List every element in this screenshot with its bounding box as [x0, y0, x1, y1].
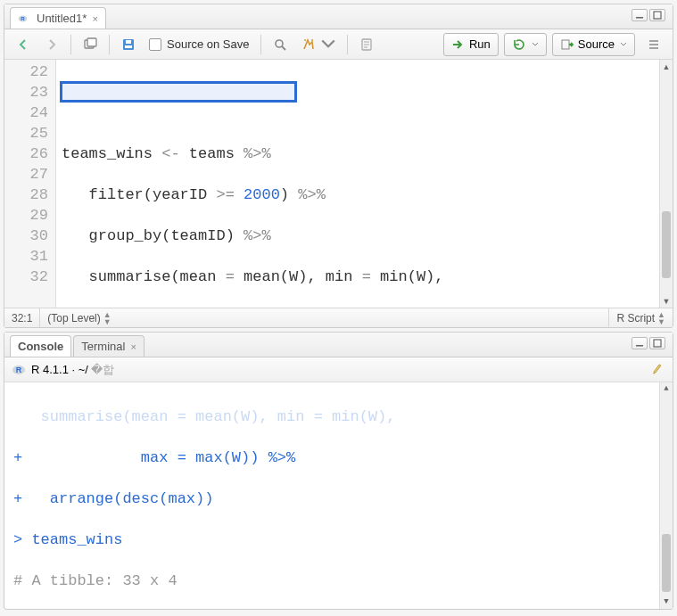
source-statusbar: 32:1 (Top Level) ▲▼ R Script ▲▼ — [4, 308, 673, 327]
svg-point-12 — [311, 39, 313, 41]
svg-rect-8 — [126, 40, 131, 44]
cursor-position: 32:1 — [4, 308, 40, 327]
compile-report-button[interactable] — [353, 33, 380, 56]
svg-point-11 — [304, 39, 306, 41]
source-tabbar: R Untitled1* × — [4, 4, 673, 29]
forward-button[interactable] — [38, 33, 65, 56]
svg-rect-2 — [636, 17, 643, 19]
svg-rect-5 — [87, 38, 96, 46]
scroll-down-icon[interactable]: ▼ — [660, 294, 673, 308]
highlight-box — [60, 81, 297, 103]
scrollbar-thumb[interactable] — [662, 211, 671, 278]
scroll-up-icon[interactable]: ▲ — [660, 382, 673, 396]
svg-rect-21 — [636, 345, 643, 347]
console-output[interactable]: summarise(mean = mean(W), min = min(W), … — [4, 382, 673, 609]
scroll-down-icon[interactable]: ▼ — [660, 595, 673, 609]
rerun-icon — [512, 37, 526, 52]
code-tools-button[interactable] — [295, 33, 342, 56]
console-header-text: R 4.1.1 · ~/ — [31, 363, 88, 376]
pane-minimize-button[interactable] — [632, 9, 648, 21]
editor-gutter: 22 23 24 25 26 27 28 29 30 31 32 — [4, 60, 56, 308]
source-icon — [560, 37, 574, 52]
source-pane: R Untitled1* × Source on Save Run — [4, 4, 673, 328]
scrollbar-thumb[interactable] — [662, 534, 671, 592]
save-button[interactable] — [115, 33, 142, 56]
tab-console[interactable]: Console — [10, 335, 71, 357]
svg-rect-17 — [562, 40, 569, 49]
tab-close-icon[interactable]: × — [130, 341, 136, 352]
svg-text:R: R — [21, 15, 25, 21]
tab-title: Untitled1* — [37, 12, 87, 25]
scope-selector[interactable]: (Top Level) ▲▼ — [40, 308, 609, 327]
clear-console-button[interactable] — [649, 360, 665, 379]
source-toolbar: Source on Save Run Source — [4, 29, 673, 60]
svg-point-9 — [276, 40, 283, 47]
console-tabbar: Console Terminal × — [4, 333, 673, 357]
editor-scrollbar[interactable]: ▲ ▼ — [659, 60, 673, 308]
pane-window-controls — [632, 9, 665, 21]
find-button[interactable] — [267, 33, 293, 56]
source-on-save-checkbox[interactable] — [149, 38, 161, 51]
rerun-button[interactable] — [504, 33, 547, 56]
svg-rect-3 — [654, 12, 661, 19]
tab-untitled1[interactable]: R Untitled1* × — [10, 7, 106, 29]
svg-line-10 — [282, 46, 285, 50]
console-header: R R 4.1.1 · ~/ �합 — [4, 357, 673, 382]
back-button[interactable] — [10, 33, 37, 56]
wd-browse-icon[interactable]: �합 — [91, 362, 114, 378]
run-button[interactable]: Run — [443, 33, 499, 56]
pane-minimize-button[interactable] — [632, 337, 648, 349]
source-on-save-toggle[interactable]: Source on Save — [144, 33, 255, 56]
updown-icon: ▲▼ — [657, 311, 665, 325]
pane-maximize-button[interactable] — [649, 337, 665, 349]
scroll-up-icon[interactable]: ▲ — [660, 60, 673, 73]
r-logo-icon: R — [12, 363, 26, 377]
editor-code[interactable]: teams_wins <- teams %>% filter(yearID >=… — [56, 60, 673, 308]
r-file-icon: R — [18, 12, 32, 26]
pane-maximize-button[interactable] — [649, 9, 665, 21]
source-button[interactable]: Source — [552, 33, 635, 56]
show-in-new-window-button[interactable] — [77, 33, 103, 56]
tab-close-icon[interactable]: × — [92, 13, 97, 24]
console-scrollbar[interactable]: ▲ ▼ — [659, 382, 673, 609]
source-editor[interactable]: 22 23 24 25 26 27 28 29 30 31 32 teams_w… — [4, 60, 673, 308]
svg-text:R: R — [16, 365, 22, 374]
updown-icon: ▲▼ — [103, 311, 111, 325]
tab-terminal[interactable]: Terminal × — [73, 335, 144, 357]
svg-rect-22 — [654, 340, 661, 347]
svg-rect-7 — [125, 45, 132, 48]
outline-button[interactable] — [640, 33, 667, 56]
console-pane: Console Terminal × R R 4.1.1 · ~/ �합 sum… — [4, 332, 673, 610]
language-selector[interactable]: R Script ▲▼ — [609, 308, 673, 327]
run-icon — [451, 37, 466, 52]
pane-window-controls — [632, 337, 665, 349]
